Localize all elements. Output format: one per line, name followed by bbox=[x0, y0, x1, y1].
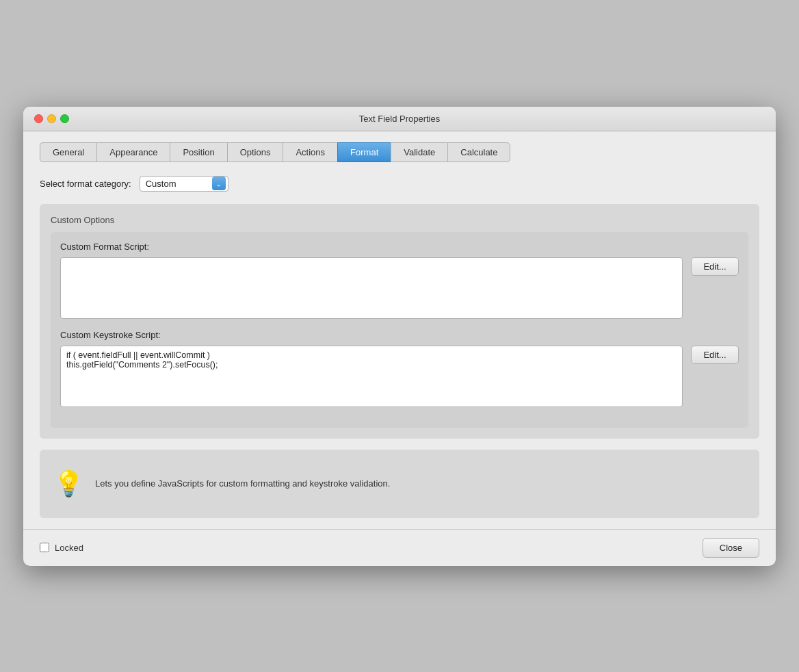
info-text: Lets you define JavaScripts for custom f… bbox=[95, 477, 390, 491]
tab-general[interactable]: General bbox=[40, 142, 96, 162]
tab-validate[interactable]: Validate bbox=[391, 142, 447, 162]
footer: Locked Close bbox=[23, 529, 776, 566]
info-panel: 💡 Lets you define JavaScripts for custom… bbox=[40, 450, 759, 518]
select-format-label: Select format category: bbox=[40, 179, 131, 189]
tab-appearance[interactable]: Appearance bbox=[96, 142, 170, 162]
format-script-section: Custom Format Script: Edit... bbox=[60, 242, 739, 319]
tab-bar: General Appearance Position Options Acti… bbox=[40, 142, 759, 162]
format-script-edit-button[interactable]: Edit... bbox=[691, 257, 739, 276]
window-title: Text Field Properties bbox=[359, 114, 441, 124]
titlebar: Text Field Properties bbox=[23, 107, 776, 131]
format-select-wrapper: None Number Percentage Date Time Special… bbox=[140, 176, 228, 192]
format-category-row: Select format category: None Number Perc… bbox=[40, 176, 759, 192]
locked-checkbox[interactable] bbox=[40, 543, 49, 552]
locked-label: Locked bbox=[55, 543, 83, 553]
keystroke-script-row: if ( event.fieldFull || event.willCommit… bbox=[60, 346, 739, 407]
close-traffic-light[interactable] bbox=[34, 114, 43, 123]
custom-options-panel: Custom Options Custom Format Script: Edi… bbox=[40, 204, 759, 439]
custom-options-title: Custom Options bbox=[51, 215, 748, 225]
tab-actions[interactable]: Actions bbox=[283, 142, 337, 162]
content-area: General Appearance Position Options Acti… bbox=[23, 131, 776, 529]
tab-options[interactable]: Options bbox=[227, 142, 283, 162]
tab-position[interactable]: Position bbox=[170, 142, 226, 162]
bulb-icon: 💡 bbox=[53, 471, 84, 496]
close-button[interactable]: Close bbox=[703, 538, 759, 558]
tab-format[interactable]: Format bbox=[337, 142, 391, 162]
keystroke-script-textarea[interactable]: if ( event.fieldFull || event.willCommit… bbox=[60, 346, 683, 407]
inner-scripts-panel: Custom Format Script: Edit... Custom Key… bbox=[51, 232, 748, 428]
format-script-label: Custom Format Script: bbox=[60, 242, 739, 252]
format-category-select[interactable]: None Number Percentage Date Time Special… bbox=[140, 176, 228, 192]
tab-calculate[interactable]: Calculate bbox=[447, 142, 510, 162]
format-script-row: Edit... bbox=[60, 257, 739, 319]
keystroke-script-section: Custom Keystroke Script: if ( event.fiel… bbox=[60, 330, 739, 407]
main-window: Text Field Properties General Appearance… bbox=[23, 107, 776, 566]
locked-row: Locked bbox=[40, 543, 83, 553]
format-script-textarea[interactable] bbox=[60, 257, 683, 319]
traffic-lights bbox=[34, 114, 69, 123]
keystroke-script-edit-button[interactable]: Edit... bbox=[691, 346, 739, 364]
maximize-traffic-light[interactable] bbox=[60, 114, 69, 123]
minimize-traffic-light[interactable] bbox=[47, 114, 56, 123]
keystroke-script-label: Custom Keystroke Script: bbox=[60, 330, 739, 340]
